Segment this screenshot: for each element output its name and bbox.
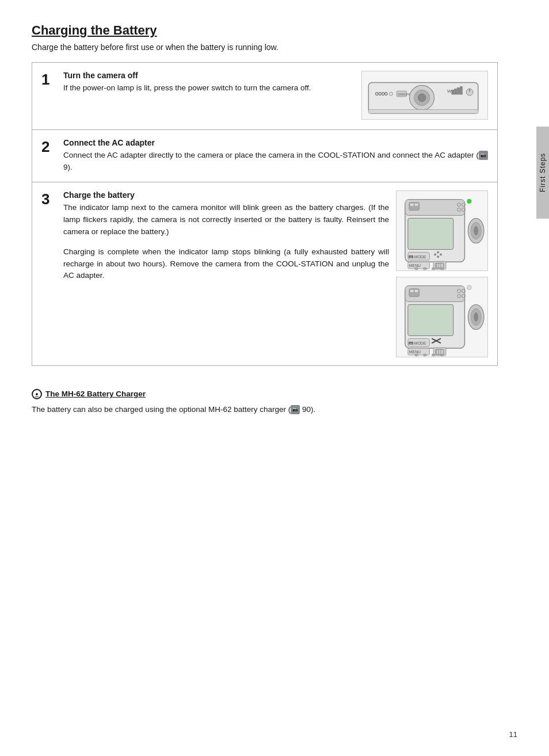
svg-rect-25 (408, 218, 453, 249)
svg-text:W: W (447, 89, 452, 94)
svg-point-45 (423, 268, 426, 270)
ref-icon-step2: 📷 (479, 151, 488, 160)
step-1-row: 1 Turn the camera off If the power-on la… (32, 63, 497, 130)
svg-rect-15 (368, 109, 478, 113)
step-1-body: If the power-on lamp is lit, press the p… (63, 82, 354, 94)
svg-point-46 (432, 268, 435, 270)
svg-point-29 (434, 253, 436, 255)
ref-icon-bottom: 📷 (291, 405, 300, 414)
step-3-body2: Charging is complete when the indicator … (63, 246, 389, 282)
svg-text:MODE: MODE (414, 341, 426, 345)
step-3-content: Charge the battery The indicator lamp ne… (63, 190, 389, 282)
step-3-row: 3 Charge the battery The indicator lamp … (32, 182, 497, 365)
svg-rect-9 (452, 90, 454, 94)
svg-text:0000: 0000 (375, 90, 388, 97)
svg-point-74 (415, 354, 418, 356)
sidebar-label: First Steps (536, 127, 549, 219)
bottom-section: ● The MH-62 Battery Charger The battery … (32, 383, 498, 416)
svg-rect-11 (458, 87, 460, 94)
svg-text:m: m (409, 339, 414, 346)
page-subtitle: Charge the battery before first use or w… (32, 43, 498, 52)
camera-side-svg-1: m MODE MENU (396, 190, 488, 271)
svg-point-47 (440, 268, 444, 270)
svg-rect-12 (460, 86, 463, 94)
step-2-row: 2 Connect the AC adapter Connect the AC … (32, 130, 497, 182)
step-2-title: Connect the AC adapter (63, 138, 488, 147)
step-3-images: m MODE MENU (396, 190, 488, 357)
camera-side-svg-2: m MODE MENU (396, 277, 488, 357)
camera-top-svg: 0000 ON/OFF W (361, 71, 488, 120)
svg-rect-10 (455, 89, 457, 94)
svg-point-73 (467, 285, 471, 290)
bottom-title-text: The MH-62 Battery Charger (45, 390, 146, 398)
svg-text:MENU: MENU (409, 264, 421, 268)
svg-point-31 (440, 253, 442, 255)
step-3-body1: The indicator lamp next to the camera mo… (63, 202, 389, 238)
steps-container: 1 Turn the camera off If the power-on la… (32, 62, 498, 366)
svg-rect-20 (415, 204, 418, 206)
step-3-title: Charge the battery (63, 190, 389, 200)
svg-rect-57 (408, 304, 453, 335)
svg-rect-51 (410, 290, 414, 292)
page-title: Charging the Battery (32, 23, 498, 38)
svg-rect-19 (410, 204, 414, 206)
svg-point-42 (474, 226, 478, 235)
svg-point-75 (423, 354, 426, 356)
step-2-content: Connect the AC adapter Connect the AC ad… (63, 138, 488, 174)
svg-text:MENU: MENU (409, 350, 421, 354)
step-1-title: Turn the camera off (63, 71, 354, 80)
step-1-image: 0000 ON/OFF W (361, 71, 488, 121)
svg-text:m: m (409, 253, 414, 259)
step-2-body: Connect the AC adapter directly to the c… (63, 150, 488, 174)
svg-point-30 (437, 251, 439, 253)
svg-text:MODE: MODE (414, 255, 426, 259)
svg-point-77 (440, 354, 444, 356)
svg-point-44 (415, 268, 418, 270)
page-number: 11 (509, 730, 517, 739)
step-2-number: 2 (41, 139, 56, 154)
bottom-title: ● The MH-62 Battery Charger (32, 389, 498, 399)
svg-point-43 (467, 199, 471, 204)
bottom-icon: ● (32, 389, 42, 399)
bottom-body: The battery can also be charged using th… (32, 404, 498, 416)
svg-point-32 (437, 255, 439, 258)
svg-point-3 (418, 94, 426, 102)
svg-text:ON/OFF: ON/OFF (398, 93, 411, 96)
svg-rect-52 (415, 290, 418, 292)
svg-point-72 (474, 312, 478, 322)
svg-point-76 (432, 354, 435, 356)
step-3-number: 3 (41, 192, 56, 207)
step-1-content: Turn the camera off If the power-on lamp… (63, 71, 354, 94)
step-1-number: 1 (41, 72, 56, 87)
